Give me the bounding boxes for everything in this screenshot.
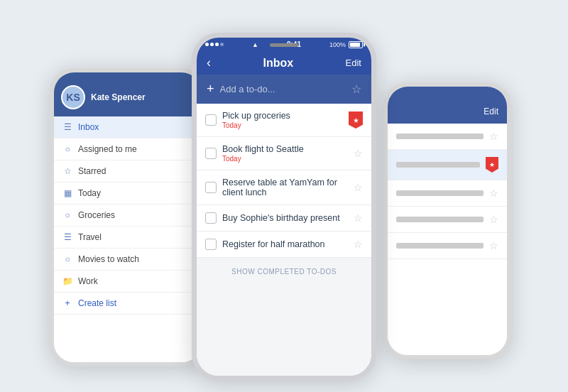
nav-items: ☰ Inbox ○ Assigned to me ☆ Starred ▦ Tod…	[54, 116, 202, 362]
sidebar-item-groceries[interactable]: ○ Groceries	[54, 205, 202, 227]
sidebar-item-assigned[interactable]: ○ Assigned to me	[54, 138, 202, 160]
screen-left: KS Kate Spencer ☰ Inbox ○ Assigned to me…	[54, 72, 202, 362]
status-right: 100%	[329, 41, 363, 48]
todo-checkbox[interactable]	[205, 212, 217, 224]
todo-title: Pick up groceries	[222, 111, 343, 121]
todo-title: Reserve table at YamYam for client lunch	[222, 178, 348, 197]
todo-title: Buy Sophie's birthday present	[222, 213, 348, 223]
todo-item-flight[interactable]: Book flight to Seattle Today ☆	[197, 137, 371, 170]
right-row-text	[396, 134, 484, 139]
dot-3	[215, 43, 219, 46]
side-button-left	[50, 129, 52, 145]
right-row-4: ☆	[388, 207, 507, 233]
star-icon[interactable]: ☆	[489, 214, 498, 225]
phone-right: Edit ☆ ★ ☆ ☆ ☆	[383, 82, 511, 359]
star-icon[interactable]: ☆	[489, 187, 498, 199]
sidebar-item-label: Today	[78, 188, 101, 198]
dot-1	[205, 43, 209, 46]
todo-item-groceries[interactable]: Pick up groceries Today ★	[197, 104, 371, 137]
star-icon[interactable]: ☆	[354, 239, 363, 250]
todo-item-birthday[interactable]: Buy Sophie's birthday present ☆	[197, 205, 371, 232]
side-button-right	[509, 165, 511, 193]
star-icon[interactable]: ☆	[489, 131, 498, 142]
todo-content: Pick up groceries Today	[222, 111, 343, 129]
side-button-right	[373, 116, 376, 144]
right-row-text	[396, 217, 484, 222]
todo-content: Book flight to Seattle Today	[222, 144, 348, 163]
todo-subtitle: Today	[222, 121, 343, 129]
show-completed-button[interactable]: SHOW COMPLETED TO-DOS	[197, 258, 371, 285]
todo-item-marathon[interactable]: Register for half marathon ☆	[197, 232, 371, 258]
nav-title: Inbox	[263, 57, 293, 70]
todo-right: ☆	[354, 212, 363, 224]
sidebar-item-label: Assigned to me	[78, 144, 137, 154]
dot-4	[220, 43, 224, 46]
star-icon[interactable]: ☆	[489, 240, 498, 251]
flag-icon: ★	[349, 111, 363, 129]
screen-center: ▲ 9:41 100% ‹ Inbox Edit + Add a	[197, 38, 371, 376]
user-name: Kate Spencer	[91, 92, 146, 102]
battery-percent: 100%	[329, 41, 346, 48]
todo-right: ☆	[354, 148, 363, 159]
right-row-text	[396, 243, 484, 249]
work-icon: 📁	[62, 276, 72, 286]
star-icon[interactable]: ☆	[354, 212, 363, 224]
movies-icon: ○	[62, 254, 72, 264]
speaker	[270, 43, 298, 47]
sidebar-item-work[interactable]: 📁 Work	[54, 271, 202, 293]
phone-center: ▲ 9:41 100% ‹ Inbox Edit + Add a	[192, 33, 376, 381]
sidebar-item-label: Work	[78, 276, 98, 286]
battery-fill	[350, 43, 360, 47]
right-header: Edit	[388, 87, 507, 124]
sidebar-item-label: Inbox	[78, 122, 99, 132]
right-row-2: ★	[388, 150, 507, 180]
star-icon[interactable]: ☆	[354, 182, 363, 193]
scene: KS Kate Spencer ☰ Inbox ○ Assigned to me…	[36, 11, 532, 381]
sidebar-item-inbox[interactable]: ☰ Inbox	[54, 116, 202, 138]
sidebar-item-movies[interactable]: ○ Movies to watch	[54, 249, 202, 271]
todo-checkbox[interactable]	[205, 182, 217, 193]
sidebar-item-label: Movies to watch	[78, 254, 139, 264]
sidebar-item-label: Starred	[78, 166, 106, 176]
sidebar-item-starred[interactable]: ☆ Starred	[54, 160, 202, 183]
groceries-icon: ○	[62, 210, 72, 220]
todo-item-reserve[interactable]: Reserve table at YamYam for client lunch…	[197, 170, 371, 205]
avatar: KS	[61, 85, 85, 109]
todo-checkbox[interactable]	[205, 239, 217, 250]
phone-left: KS Kate Spencer ☰ Inbox ○ Assigned to me…	[50, 68, 206, 366]
sidebar-item-travel[interactable]: ☰ Travel	[54, 227, 202, 249]
todo-checkbox[interactable]	[205, 148, 217, 159]
add-todo-bar[interactable]: + Add a to-do... ☆	[197, 75, 371, 104]
todo-right: ★	[349, 111, 363, 129]
add-placeholder: Add a to-do...	[220, 84, 275, 94]
top-nav: ‹ Inbox Edit	[197, 51, 371, 75]
plus-icon: +	[62, 298, 72, 308]
edit-button[interactable]: Edit	[346, 58, 361, 68]
star-icon[interactable]: ☆	[354, 148, 363, 159]
sidebar-item-label: Groceries	[78, 210, 115, 220]
sidebar-item-create[interactable]: + Create list	[54, 293, 202, 315]
wifi-icon: ▲	[252, 41, 258, 48]
sidebar-item-label: Create list	[78, 298, 116, 308]
screen-right: Edit ☆ ★ ☆ ☆ ☆	[388, 87, 507, 355]
right-row-3: ☆	[388, 180, 507, 207]
todo-list: Pick up groceries Today ★ Book flight to…	[197, 104, 371, 376]
right-row-text	[396, 190, 484, 196]
right-edit-button[interactable]: Edit	[484, 107, 498, 116]
calendar-icon: ▦	[62, 188, 72, 198]
add-star-icon[interactable]: ☆	[351, 82, 361, 96]
right-row-text	[396, 162, 480, 168]
todo-content: Reserve table at YamYam for client lunch	[222, 178, 348, 197]
todo-right: ☆	[354, 239, 363, 250]
right-row-1: ☆	[388, 124, 507, 150]
sidebar-item-label: Travel	[78, 232, 102, 242]
add-bar-left: + Add a to-do...	[207, 82, 275, 97]
sidebar-item-today[interactable]: ▦ Today	[54, 183, 202, 205]
todo-checkbox[interactable]	[205, 114, 217, 126]
todo-title: Register for half marathon	[222, 239, 348, 249]
add-plus-icon: +	[207, 82, 214, 97]
back-button[interactable]: ‹	[207, 55, 211, 70]
inbox-icon: ☰	[62, 122, 72, 132]
todo-title: Book flight to Seattle	[222, 144, 348, 154]
battery-icon	[349, 41, 363, 48]
